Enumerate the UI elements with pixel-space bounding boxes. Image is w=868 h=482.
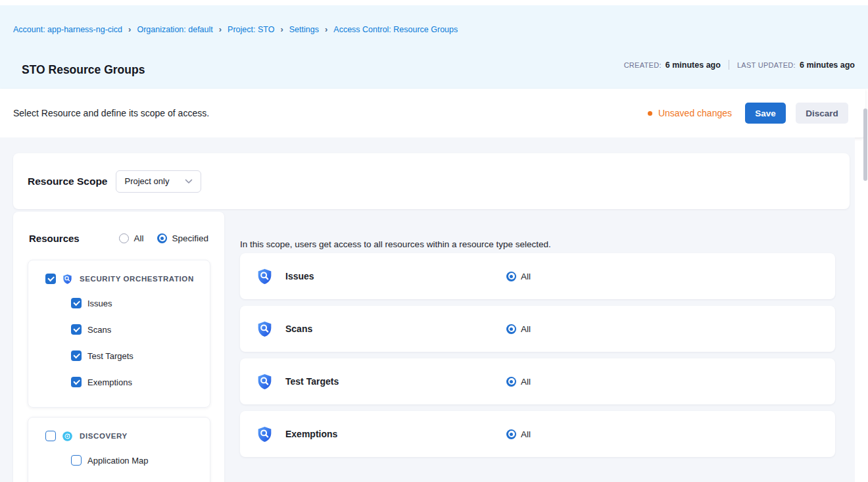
item-label: Application Map [87, 456, 149, 466]
toolbar-description: Select Resource and define its scope of … [13, 108, 209, 118]
resource-card-scans: Scans All [240, 306, 835, 352]
sto-shield-icon [256, 320, 274, 338]
radio-specified-label: Specified [172, 233, 208, 243]
access-radio-all[interactable]: All [506, 429, 531, 439]
group-row-security-orchestration[interactable]: SECURITY ORCHESTRATION [45, 270, 199, 288]
resource-group-discovery: DISCOVERY Application Map [28, 417, 210, 482]
breadcrumb-settings-link[interactable]: Settings [289, 25, 319, 34]
group-items: Issues Scans Test Targets Exemptions [71, 290, 199, 395]
unsaved-changes-status: Unsaved changes [648, 108, 732, 118]
breadcrumb-separator-icon: › [280, 25, 283, 34]
chevron-down-icon [185, 179, 193, 184]
resource-item-issues[interactable]: Issues [71, 290, 199, 316]
unsaved-dot-icon [648, 111, 652, 116]
sto-shield-icon [62, 274, 73, 285]
access-label: All [521, 272, 531, 281]
breadcrumb: Account: app-harness-ng-cicd › Organizat… [13, 25, 458, 34]
access-label: All [521, 324, 531, 334]
test-targets-checkbox[interactable] [71, 350, 82, 361]
resource-card-exemptions: Exemptions All [240, 411, 835, 457]
sto-resource-groups-page: Account: app-harness-ng-cicd › Organizat… [0, 0, 868, 482]
resource-item-scans[interactable]: Scans [71, 316, 199, 343]
resource-item-exemptions[interactable]: Exemptions [71, 369, 199, 395]
created-label: CREATED: [624, 61, 662, 69]
resource-scope-label: Resource Scope [28, 176, 107, 187]
resource-card-label: Issues [285, 271, 506, 281]
meta-divider [729, 60, 729, 70]
resource-item-application-map[interactable]: Application Map [71, 447, 199, 473]
resource-group-security-orchestration: SECURITY ORCHESTRATION Issues Scans Test… [28, 260, 210, 408]
last-updated-label: LAST UPDATED: [737, 61, 796, 69]
access-label: All [521, 377, 531, 387]
resource-item-test-targets[interactable]: Test Targets [71, 343, 199, 369]
discard-button[interactable]: Discard [796, 103, 848, 124]
item-label: Test Targets [87, 351, 133, 361]
resources-header: Resources All Specified [13, 231, 224, 245]
sto-shield-icon [256, 373, 274, 391]
resources-title: Resources [29, 233, 80, 244]
resource-scope-select[interactable]: Project only [116, 170, 201, 193]
item-label: Scans [87, 325, 111, 335]
meta-info: CREATED: 6 minutes ago LAST UPDATED: 6 m… [624, 60, 855, 70]
access-radio-all[interactable]: All [506, 377, 531, 387]
last-updated-value: 6 minutes ago [800, 60, 855, 70]
sto-shield-icon [256, 425, 274, 443]
discovery-checkbox[interactable] [45, 431, 56, 441]
issues-checkbox[interactable] [71, 298, 82, 308]
breadcrumb-project-link[interactable]: Project: STO [228, 25, 274, 34]
breadcrumb-account-link[interactable]: Account: app-harness-ng-cicd [13, 25, 122, 34]
breadcrumb-separator-icon: › [325, 25, 327, 34]
radio-all[interactable]: All [119, 233, 143, 243]
security-orchestration-checkbox[interactable] [45, 274, 56, 284]
created-value: 6 minutes ago [665, 60, 721, 70]
access-radio-all[interactable]: All [506, 324, 531, 334]
radio-all-icon[interactable] [119, 233, 129, 243]
radio-specified-icon[interactable] [157, 233, 167, 243]
breadcrumb-separator-icon: › [219, 25, 222, 34]
group-items: Application Map [71, 447, 199, 473]
access-label: All [521, 429, 531, 439]
scrollbar[interactable] [863, 108, 867, 181]
resources-panel: Resources All Specified SECURITY ORCHEST… [13, 212, 224, 482]
breadcrumb-organization-link[interactable]: Organization: default [137, 25, 212, 34]
resource-card-label: Exemptions [285, 429, 506, 439]
exemptions-checkbox[interactable] [71, 377, 82, 387]
resource-cards: Issues All Scans All Test Targets All [240, 253, 835, 457]
radio-on-icon[interactable] [506, 429, 516, 439]
save-button[interactable]: Save [745, 103, 786, 124]
radio-on-icon[interactable] [506, 324, 516, 334]
radio-on-icon[interactable] [506, 377, 516, 387]
toolbar: Select Resource and define its scope of … [0, 89, 865, 137]
resource-card-issues: Issues All [240, 253, 835, 299]
breadcrumb-separator-icon: › [128, 25, 131, 34]
discovery-icon [62, 431, 73, 442]
scans-checkbox[interactable] [71, 324, 82, 335]
resource-card-label: Test Targets [285, 376, 506, 387]
sto-shield-icon [256, 268, 274, 285]
item-label: Exemptions [87, 377, 132, 387]
application-map-checkbox[interactable] [71, 455, 82, 466]
resource-card-test-targets: Test Targets All [240, 358, 835, 404]
radio-all-label: All [133, 233, 143, 243]
group-row-discovery[interactable]: DISCOVERY [45, 427, 199, 445]
radio-specified[interactable]: Specified [157, 233, 208, 243]
group-name: SECURITY ORCHESTRATION [80, 275, 194, 283]
group-name: DISCOVERY [80, 432, 128, 440]
toolbar-actions: Unsaved changes Save Discard [648, 103, 848, 124]
access-radio-all[interactable]: All [506, 272, 531, 281]
page-title: STO Resource Groups [22, 63, 145, 77]
scope-access-description: In this scope, users get access to all r… [240, 239, 551, 249]
radio-on-icon[interactable] [506, 272, 516, 281]
resource-card-label: Scans [285, 324, 506, 334]
resource-scope-selected-value: Project only [124, 176, 169, 186]
item-label: Issues [87, 299, 112, 308]
unsaved-changes-label: Unsaved changes [658, 108, 732, 118]
breadcrumb-resource-groups-link[interactable]: Access Control: Resource Groups [333, 25, 458, 34]
resource-scope-card: Resource Scope Project only [13, 153, 850, 209]
page-header: Account: app-harness-ng-cicd › Organizat… [0, 5, 868, 89]
